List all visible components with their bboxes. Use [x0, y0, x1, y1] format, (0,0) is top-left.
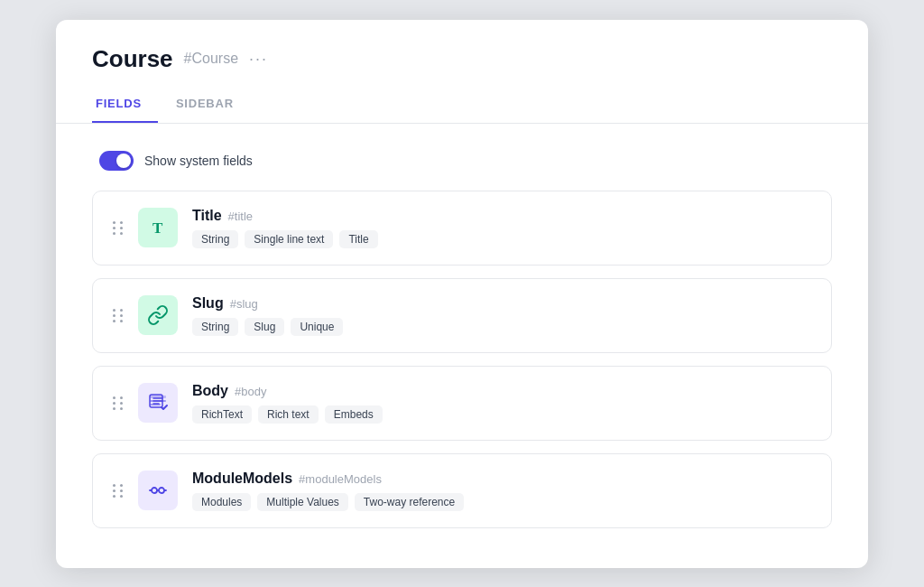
tag-single-line: Single line text — [245, 230, 333, 248]
tag-string: String — [192, 230, 238, 248]
svg-text:T: T — [152, 219, 163, 237]
tag-string-slug: String — [192, 318, 238, 336]
drag-handle-title[interactable] — [113, 221, 124, 235]
drag-handle-body[interactable] — [113, 396, 124, 410]
field-card-slug: Slug #slug String Slug Unique — [92, 278, 832, 353]
drag-handle-modulemodels[interactable] — [113, 484, 124, 498]
content-area: Show system fields T Title #title S — [56, 124, 868, 568]
field-name-row-slug: Slug #slug — [192, 295, 811, 312]
field-icon-modulemodels — [138, 471, 178, 510]
tag-title: Title — [339, 230, 377, 248]
more-options-button[interactable]: ··· — [249, 50, 268, 69]
field-icon-slug — [138, 295, 178, 335]
tag-embeds: Embeds — [325, 405, 383, 424]
field-info-title: Title #title String Single line text Tit… — [192, 208, 811, 248]
system-fields-toggle-row: Show system fields — [92, 151, 832, 171]
tabs-bar: FIELDS SIDEBAR — [92, 89, 832, 123]
page-hash: #Course — [184, 51, 238, 67]
field-tags-modulemodels: Modules Multiple Values Two-way referenc… — [192, 493, 811, 511]
title-row: Course #Course ··· — [92, 45, 832, 73]
field-hash-title: #title — [228, 210, 253, 223]
tag-two-way-reference: Two-way reference — [355, 493, 464, 511]
tag-multiple-values: Multiple Values — [257, 493, 347, 511]
show-system-fields-label: Show system fields — [144, 154, 253, 168]
field-tags-title: String Single line text Title — [192, 230, 811, 248]
field-name-row-body: Body #body — [192, 383, 811, 399]
field-card-body: Body #body RichText Rich text Embeds — [92, 366, 832, 441]
field-name-row-modulemodels: ModuleModels #moduleModels — [192, 471, 811, 487]
header: Course #Course ··· FIELDS SIDEBAR — [56, 20, 868, 124]
main-window: Course #Course ··· FIELDS SIDEBAR Show s… — [56, 20, 868, 568]
field-tags-body: RichText Rich text Embeds — [192, 405, 811, 424]
tag-modules: Modules — [192, 493, 251, 511]
show-system-fields-toggle[interactable] — [99, 151, 134, 171]
field-card-modulemodels: ModuleModels #moduleModels Modules Multi… — [92, 453, 832, 528]
field-name-row-title: Title #title — [192, 208, 811, 224]
field-tags-slug: String Slug Unique — [192, 318, 811, 336]
tag-unique: Unique — [291, 318, 343, 336]
field-hash-slug: #slug — [230, 297, 258, 311]
field-hash-modulemodels: #moduleModels — [299, 472, 382, 486]
field-info-body: Body #body RichText Rich text Embeds — [192, 383, 811, 424]
tab-fields[interactable]: FIELDS — [92, 89, 158, 123]
tag-rich-text: Rich text — [258, 405, 319, 424]
field-card-title: T Title #title String Single line text T… — [92, 191, 832, 266]
field-info-slug: Slug #slug String Slug Unique — [192, 295, 811, 336]
tag-richtext: RichText — [192, 405, 252, 424]
field-name-body: Body — [192, 383, 228, 399]
tag-slug: Slug — [245, 318, 284, 336]
field-name-title: Title — [192, 208, 222, 224]
field-icon-title: T — [138, 208, 178, 247]
page-title: Course — [92, 45, 173, 73]
field-icon-body — [138, 383, 178, 423]
field-hash-body: #body — [235, 385, 266, 398]
tab-sidebar[interactable]: SIDEBAR — [172, 89, 250, 123]
field-name-modulemodels: ModuleModels — [192, 471, 292, 487]
drag-handle-slug[interactable] — [113, 309, 124, 322]
field-name-slug: Slug — [192, 295, 224, 312]
field-info-modulemodels: ModuleModels #moduleModels Modules Multi… — [192, 471, 811, 511]
